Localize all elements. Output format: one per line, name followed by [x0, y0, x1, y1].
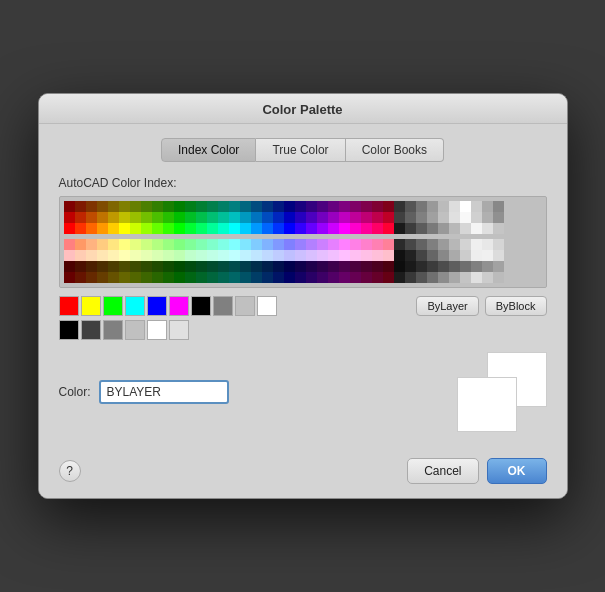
color-cell[interactable]	[295, 261, 306, 272]
color-cell[interactable]	[229, 201, 240, 212]
color-cell[interactable]	[471, 223, 482, 234]
color-cell[interactable]	[240, 201, 251, 212]
color-cell[interactable]	[493, 250, 504, 261]
color-cell[interactable]	[251, 212, 262, 223]
color-cell[interactable]	[163, 212, 174, 223]
color-cell[interactable]	[383, 223, 394, 234]
color-cell[interactable]	[273, 212, 284, 223]
color-cell[interactable]	[438, 223, 449, 234]
color-cell[interactable]	[108, 239, 119, 250]
color-cell[interactable]	[75, 239, 86, 250]
color-cell[interactable]	[372, 223, 383, 234]
color-cell[interactable]	[405, 212, 416, 223]
color-cell[interactable]	[152, 261, 163, 272]
color-cell[interactable]	[207, 212, 218, 223]
color-cell[interactable]	[383, 272, 394, 283]
quick-color-cell[interactable]	[191, 296, 211, 316]
byblock-button[interactable]: ByBlock	[485, 296, 547, 316]
quick-color-cell[interactable]	[125, 320, 145, 340]
color-cell[interactable]	[75, 250, 86, 261]
color-cell[interactable]	[383, 212, 394, 223]
color-cell[interactable]	[119, 250, 130, 261]
color-cell[interactable]	[328, 239, 339, 250]
color-cell[interactable]	[97, 272, 108, 283]
color-cell[interactable]	[317, 223, 328, 234]
color-cell[interactable]	[394, 223, 405, 234]
color-cell[interactable]	[185, 201, 196, 212]
color-cell[interactable]	[273, 223, 284, 234]
color-cell[interactable]	[240, 261, 251, 272]
color-cell[interactable]	[482, 201, 493, 212]
color-cell[interactable]	[196, 261, 207, 272]
quick-color-cell[interactable]	[169, 296, 189, 316]
color-cell[interactable]	[383, 250, 394, 261]
color-cell[interactable]	[405, 250, 416, 261]
color-cell[interactable]	[372, 212, 383, 223]
color-cell[interactable]	[262, 201, 273, 212]
color-cell[interactable]	[482, 212, 493, 223]
color-cell[interactable]	[251, 250, 262, 261]
color-cell[interactable]	[372, 261, 383, 272]
color-cell[interactable]	[196, 212, 207, 223]
color-cell[interactable]	[284, 261, 295, 272]
color-cell[interactable]	[273, 201, 284, 212]
color-cell[interactable]	[64, 212, 75, 223]
color-cell[interactable]	[482, 261, 493, 272]
color-cell[interactable]	[174, 239, 185, 250]
color-cell[interactable]	[163, 261, 174, 272]
color-cell[interactable]	[229, 261, 240, 272]
color-cell[interactable]	[350, 239, 361, 250]
color-cell[interactable]	[449, 261, 460, 272]
color-cell[interactable]	[130, 261, 141, 272]
color-cell[interactable]	[86, 239, 97, 250]
color-cell[interactable]	[339, 223, 350, 234]
color-cell[interactable]	[152, 212, 163, 223]
color-cell[interactable]	[328, 250, 339, 261]
color-cell[interactable]	[394, 250, 405, 261]
color-cell[interactable]	[306, 201, 317, 212]
color-cell[interactable]	[471, 239, 482, 250]
color-cell[interactable]	[262, 239, 273, 250]
color-cell[interactable]	[295, 201, 306, 212]
color-cell[interactable]	[97, 223, 108, 234]
color-cell[interactable]	[438, 239, 449, 250]
color-cell[interactable]	[163, 272, 174, 283]
color-cell[interactable]	[229, 272, 240, 283]
color-cell[interactable]	[471, 212, 482, 223]
color-cell[interactable]	[141, 223, 152, 234]
color-cell[interactable]	[317, 212, 328, 223]
color-cell[interactable]	[119, 239, 130, 250]
color-cell[interactable]	[416, 261, 427, 272]
color-cell[interactable]	[427, 223, 438, 234]
color-cell[interactable]	[438, 212, 449, 223]
color-cell[interactable]	[141, 239, 152, 250]
color-cell[interactable]	[86, 250, 97, 261]
color-cell[interactable]	[482, 272, 493, 283]
color-cell[interactable]	[427, 212, 438, 223]
color-cell[interactable]	[405, 239, 416, 250]
color-cell[interactable]	[229, 223, 240, 234]
color-cell[interactable]	[262, 223, 273, 234]
color-cell[interactable]	[152, 223, 163, 234]
color-cell[interactable]	[339, 272, 350, 283]
color-cell[interactable]	[141, 201, 152, 212]
color-cell[interactable]	[163, 239, 174, 250]
quick-color-cell[interactable]	[235, 296, 255, 316]
quick-color-cell[interactable]	[59, 296, 79, 316]
color-cell[interactable]	[64, 201, 75, 212]
color-cell[interactable]	[284, 239, 295, 250]
tab-true-color[interactable]: True Color	[256, 138, 345, 162]
color-cell[interactable]	[108, 223, 119, 234]
color-cell[interactable]	[372, 239, 383, 250]
bylayer-button[interactable]: ByLayer	[416, 296, 478, 316]
color-cell[interactable]	[207, 223, 218, 234]
color-cell[interactable]	[119, 272, 130, 283]
color-cell[interactable]	[64, 250, 75, 261]
color-cell[interactable]	[350, 223, 361, 234]
color-cell[interactable]	[185, 272, 196, 283]
color-cell[interactable]	[361, 250, 372, 261]
color-input[interactable]	[99, 380, 229, 404]
color-cell[interactable]	[460, 261, 471, 272]
color-cell[interactable]	[229, 250, 240, 261]
color-cell[interactable]	[449, 250, 460, 261]
